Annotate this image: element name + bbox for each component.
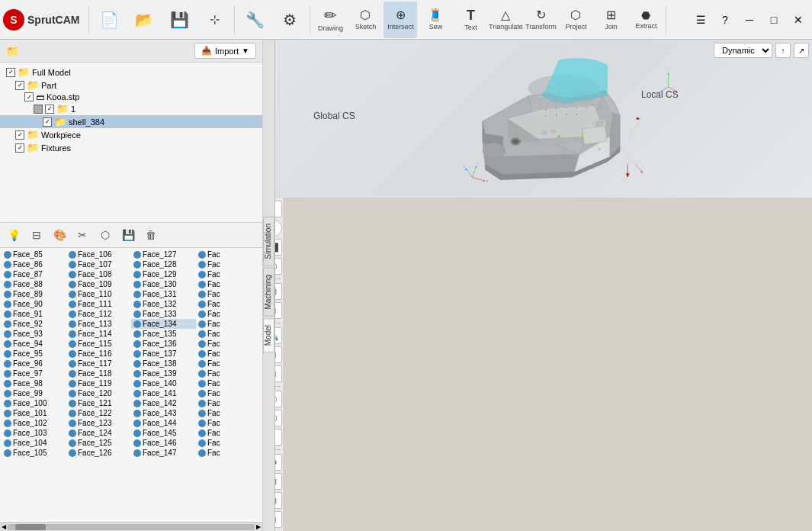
tree-item-part[interactable]: 📁 Part [0, 79, 262, 92]
face-item[interactable]: Face_142 [131, 398, 196, 408]
checkbox-shell384[interactable] [43, 117, 52, 127]
checkbox-1[interactable] [34, 105, 43, 114]
face-item[interactable]: Face_90 [2, 299, 66, 309]
face-item[interactable]: Face_89 [2, 289, 66, 299]
face-item[interactable]: Fac [196, 279, 261, 289]
face-item[interactable]: Face_110 [66, 289, 131, 299]
face-item[interactable]: Face_139 [131, 368, 196, 378]
face-item[interactable]: Face_124 [66, 428, 131, 438]
face-item[interactable]: Face_98 [2, 378, 66, 388]
face-item[interactable]: Fac [196, 329, 261, 339]
face-item[interactable]: Face_106 [66, 249, 131, 259]
face-item[interactable]: Face_94 [2, 339, 66, 349]
face-item[interactable]: Fac [196, 319, 261, 329]
face-item[interactable]: Face_126 [66, 448, 131, 458]
tree-item-workpiece[interactable]: 📁 Workpiece [0, 128, 262, 141]
face-item[interactable]: Face_93 [2, 329, 66, 339]
face-item[interactable]: Face_111 [66, 299, 131, 309]
face-item[interactable]: Face_96 [2, 359, 66, 368]
face-item[interactable]: Fac [196, 349, 261, 359]
face-item[interactable]: Face_136 [131, 339, 196, 349]
checkbox-1b[interactable] [45, 105, 54, 114]
face-item[interactable]: Fac [196, 339, 261, 349]
face-item[interactable]: Face_100 [2, 398, 66, 408]
face-item[interactable]: Face_85 [2, 249, 66, 259]
face-item[interactable]: Face_143 [131, 408, 196, 418]
face-item[interactable]: Face_88 [2, 279, 66, 289]
checkbox-full-model[interactable] [6, 68, 15, 77]
face-item[interactable]: Face_91 [2, 309, 66, 319]
face-item[interactable]: Face_137 [131, 349, 196, 359]
tree-item-shell384[interactable]: 📁 shell_384 [0, 115, 262, 128]
face-item[interactable]: Fac [196, 299, 261, 309]
menu-button[interactable]: ☰ [690, 11, 711, 28]
tab-simulation[interactable]: Simulation [263, 217, 274, 266]
face-tb-delete-btn[interactable]: 🗑 [142, 226, 160, 244]
face-item[interactable]: Face_127 [131, 249, 196, 259]
triangulate-button[interactable]: △ Triangulate [489, 2, 522, 38]
face-item[interactable]: Face_144 [131, 418, 196, 428]
scroll-thumb[interactable] [15, 524, 46, 530]
face-item[interactable]: Face_134 [131, 319, 196, 329]
face-item[interactable]: Face_138 [131, 359, 196, 368]
text-button[interactable]: T Text [454, 2, 487, 38]
face-item[interactable]: Fac [196, 289, 261, 299]
face-item[interactable]: Fac [196, 259, 261, 269]
face-item[interactable]: Face_130 [131, 279, 196, 289]
face-item[interactable]: Fac [196, 408, 261, 418]
checkbox-kooa[interactable] [24, 92, 34, 101]
face-item[interactable]: Face_120 [66, 388, 131, 398]
face-item[interactable]: Face_118 [66, 368, 131, 378]
calc-button[interactable]: 🔧 [238, 2, 271, 38]
face-item[interactable]: Fac [196, 418, 261, 428]
scroll-left-arrow[interactable]: ◀ [2, 523, 6, 530]
tab-model[interactable]: Model [263, 318, 274, 352]
face-item[interactable]: Face_112 [66, 309, 131, 319]
close-button[interactable]: ✕ [788, 11, 809, 28]
face-item[interactable]: Face_147 [131, 448, 196, 458]
join-button[interactable]: ⊞ Join [594, 2, 627, 38]
project-button[interactable]: ⬡ Project [559, 2, 592, 38]
face-item[interactable]: Face_87 [2, 269, 66, 279]
face-item[interactable]: Fac [196, 438, 261, 448]
face-item[interactable]: Fac [196, 398, 261, 408]
drawing-button[interactable]: ✏ Drawing [313, 2, 347, 38]
face-item[interactable]: Face_105 [2, 448, 66, 458]
face-tb-save-btn[interactable]: 💾 [119, 226, 137, 244]
tree-item-1[interactable]: 📁 1 [0, 102, 262, 115]
view-btn-2[interactable]: ↗ [794, 43, 809, 58]
face-item[interactable]: Face_92 [2, 319, 66, 329]
face-item[interactable]: Face_145 [131, 428, 196, 438]
horizontal-scrollbar[interactable]: ◀ ▶ [0, 522, 262, 531]
settings-button[interactable]: ⚙ [273, 2, 307, 38]
face-item[interactable]: Face_99 [2, 388, 66, 398]
face-item[interactable]: Fac [196, 428, 261, 438]
minimize-button[interactable]: ─ [739, 11, 760, 28]
face-item[interactable]: Face_101 [2, 408, 66, 418]
face-item[interactable]: Face_102 [2, 418, 66, 428]
face-tb-light-btn[interactable]: 💡 [5, 226, 23, 244]
face-tb-cut-btn[interactable]: ✂ [73, 226, 91, 244]
checkbox-part[interactable] [15, 81, 24, 90]
face-item[interactable]: Fac [196, 378, 261, 388]
face-tb-grid-btn[interactable]: ⊟ [27, 226, 46, 244]
face-item[interactable]: Face_104 [2, 438, 66, 448]
face-item[interactable]: Face_125 [66, 438, 131, 448]
face-item[interactable]: Face_128 [131, 259, 196, 269]
sew-button[interactable]: 🧵 Sew [419, 2, 452, 38]
intersect-button[interactable]: ⊕ Intersect [384, 2, 417, 38]
face-item[interactable]: Face_97 [2, 368, 66, 378]
save-button[interactable]: 💾 [162, 2, 196, 38]
sketch-button[interactable]: ⬡ Sketch [348, 2, 382, 38]
tree-item-full-model[interactable]: 📁 Full Model [0, 66, 262, 79]
face-item[interactable]: Face_122 [66, 408, 131, 418]
scroll-track[interactable] [8, 524, 255, 530]
face-item[interactable]: Fac [196, 269, 261, 279]
open-button[interactable]: 📂 [127, 2, 161, 38]
face-item[interactable]: Face_121 [66, 398, 131, 408]
extract-button[interactable]: ⬣ Extract [629, 2, 663, 38]
face-item[interactable]: Face_116 [66, 349, 131, 359]
face-item[interactable]: Face_103 [2, 428, 66, 438]
help-button[interactable]: ? [714, 11, 736, 28]
face-item[interactable]: Fac [196, 359, 261, 368]
